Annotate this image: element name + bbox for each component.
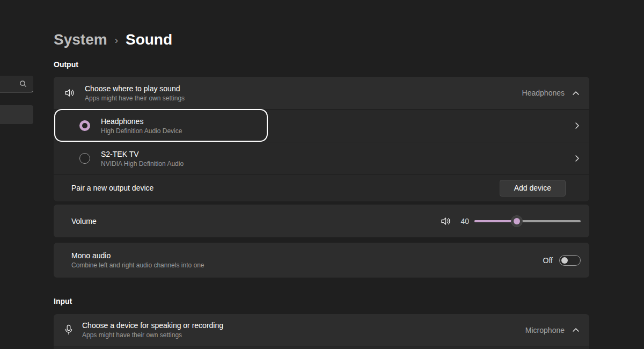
breadcrumb-system[interactable]: System xyxy=(54,31,107,48)
volume-slider-thumb[interactable] xyxy=(511,215,523,227)
settings-window: { "colors": { "accent": "#c9a3ce", "back… xyxy=(0,0,644,349)
mono-audio-card: Mono audio Combine left and right audio … xyxy=(54,243,589,278)
sidebar-search-input[interactable] xyxy=(0,76,33,92)
output-section-header: Output xyxy=(54,60,78,69)
speaker-icon xyxy=(64,88,76,98)
toggle-knob xyxy=(561,257,568,264)
output-expander-subtitle: Apps might have their own settings xyxy=(85,94,185,103)
input-expander-header[interactable]: Choose a device for speaking or recordin… xyxy=(54,314,589,346)
page-title: Sound xyxy=(126,31,172,48)
mono-toggle-state-label: Off xyxy=(543,256,553,265)
chevron-right-icon xyxy=(575,122,580,129)
device-name: Headphones xyxy=(101,117,182,127)
output-device-expander-card: Choose where to play sound Apps might ha… xyxy=(54,77,589,201)
output-expander-header[interactable]: Choose where to play sound Apps might ha… xyxy=(54,77,589,109)
chevron-up-icon xyxy=(572,91,580,96)
breadcrumb-separator-icon: › xyxy=(115,34,118,46)
sidebar-selected-item[interactable] xyxy=(0,105,33,124)
input-device-value: Microphone xyxy=(525,326,565,335)
mono-toggle[interactable] xyxy=(559,255,581,266)
pair-device-row: Pair a new output device Add device xyxy=(54,174,589,201)
volume-speaker-icon[interactable] xyxy=(441,216,452,227)
input-expander-subtitle: Apps might have their own settings xyxy=(82,331,223,339)
radio-s2tek-unselected[interactable] xyxy=(79,153,90,164)
input-expander-title: Choose a device for speaking or recordin… xyxy=(82,321,223,331)
volume-label: Volume xyxy=(71,217,97,226)
input-section-header: Input xyxy=(54,297,72,306)
device-name: S2-TEK TV xyxy=(101,149,184,159)
search-icon xyxy=(19,80,27,88)
output-device-value: Headphones xyxy=(522,89,565,97)
output-expander-title: Choose where to play sound xyxy=(85,84,185,94)
volume-card: Volume 40 xyxy=(54,205,589,237)
device-description: High Definition Audio Device xyxy=(101,127,182,135)
add-device-button[interactable]: Add device xyxy=(500,180,566,197)
volume-slider[interactable] xyxy=(474,215,581,227)
mono-audio-subtitle: Combine left and right audio channels in… xyxy=(71,261,204,270)
device-row-s2tek-tv[interactable]: S2-TEK TV NVIDIA High Definition Audio xyxy=(54,142,589,174)
pair-device-label: Pair a new output device xyxy=(71,183,153,193)
microphone-icon xyxy=(64,324,73,336)
breadcrumb: System › Sound xyxy=(54,31,172,48)
chevron-right-icon xyxy=(575,155,580,162)
volume-value: 40 xyxy=(460,217,469,226)
input-subrow-partial xyxy=(54,346,589,349)
device-row-headphones[interactable]: Headphones High Definition Audio Device xyxy=(54,109,589,142)
input-device-expander-card: Choose a device for speaking or recordin… xyxy=(54,314,589,349)
radio-headphones-selected[interactable] xyxy=(79,120,90,131)
mono-audio-title: Mono audio xyxy=(71,251,204,261)
chevron-up-icon xyxy=(572,328,580,332)
device-description: NVIDIA High Definition Audio xyxy=(101,159,184,168)
